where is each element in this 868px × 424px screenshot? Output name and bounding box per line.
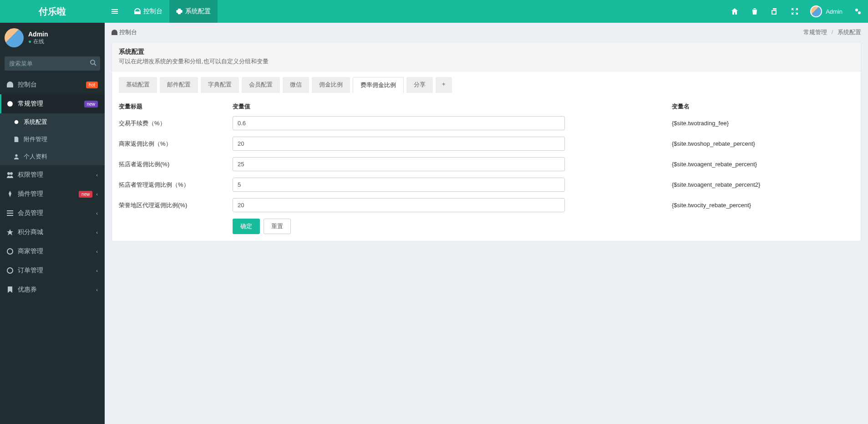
dashboard-icon [112, 30, 117, 36]
row-name: {$site.twoshop_rebate_percent} [672, 140, 854, 147]
top-header: 付乐啦 控制台 系统配置 Admin [0, 0, 868, 23]
circle-icon [7, 267, 13, 274]
breadcrumb-path1[interactable]: 常规管理 [803, 29, 827, 36]
nav-console-button[interactable]: 控制台 [127, 0, 169, 23]
chevron-left-icon: ‹ [96, 268, 98, 273]
user-icon [14, 154, 19, 159]
nav-user-button[interactable]: Admin [805, 5, 848, 17]
nav-trash-button[interactable] [745, 0, 765, 23]
breadcrumb-path2[interactable]: 系统配置 [838, 29, 861, 36]
nav-user-label: Admin [826, 8, 843, 15]
menu-mall[interactable]: 积分商城‹ [0, 223, 105, 242]
user-status: 在线 [28, 38, 48, 46]
table-row: 拓店者管理返佣比例（%） {$site.twoagent_rebate_perc… [119, 178, 854, 192]
tab-member[interactable]: 会员配置 [242, 77, 280, 93]
file-icon [14, 137, 19, 142]
dashboard-icon [7, 82, 13, 88]
search-icon[interactable] [90, 60, 96, 67]
breadcrumb-home[interactable]: 控制台 [112, 28, 137, 36]
svg-point-9 [7, 268, 13, 273]
th-name: 变量名 [672, 102, 854, 111]
tab-dict[interactable]: 字典配置 [201, 77, 239, 93]
reset-button[interactable]: 重置 [264, 219, 291, 234]
menu-general[interactable]: 常规管理new [0, 94, 105, 113]
circle-icon [7, 248, 13, 255]
bookmark-icon [7, 286, 13, 293]
box-desc: 可以在此增改系统的变量和分组,也可以自定义分组和变量 [119, 57, 854, 66]
submenu-attach[interactable]: 附件管理 [0, 131, 105, 148]
th-value: 变量值 [233, 102, 565, 111]
badge-new: new [84, 101, 98, 107]
search-input[interactable] [5, 56, 100, 71]
tab-share[interactable]: 分享 [406, 77, 433, 93]
menu-plugin[interactable]: 插件管理new‹ [0, 184, 105, 204]
gears-icon [855, 8, 861, 15]
copy-icon [772, 8, 778, 15]
trash-icon [752, 8, 757, 15]
chevron-left-icon: ‹ [96, 230, 98, 235]
form-actions: 确定 重置 [233, 219, 854, 234]
user-name: Admin [28, 31, 48, 38]
nav-fullscreen-button[interactable] [785, 0, 805, 23]
svg-point-7 [10, 172, 13, 175]
nav-sysconfig-label: 系统配置 [185, 7, 211, 15]
row-name: {$site.twoagent_rebate_percent2} [672, 181, 854, 188]
menu-coupon[interactable]: 优惠券‹ [0, 280, 105, 299]
avatar-icon [810, 5, 822, 17]
menu-shop[interactable]: 商家管理‹ [0, 242, 105, 261]
menu-auth[interactable]: 权限管理‹ [0, 165, 105, 184]
row-value-input[interactable] [233, 116, 565, 130]
submit-button[interactable]: 确定 [233, 219, 260, 234]
home-icon [731, 8, 738, 15]
badge-new: new [79, 191, 92, 198]
box-header: 系统配置 可以在此增改系统的变量和分组,也可以自定义分组和变量 [112, 42, 861, 72]
svg-point-1 [858, 11, 861, 14]
sidebar-menu: 控制台hot 常规管理new 系统配置 附件管理 个人资料 权限管理‹ 插件管理… [0, 75, 105, 299]
row-label: 荣誉地区代理返佣比例(%) [119, 201, 233, 209]
breadcrumb: 控制台 常规管理 / 系统配置 [112, 28, 861, 36]
row-name: {$site.twoagent_rebate_percent} [672, 161, 854, 168]
user-panel[interactable]: Admin 在线 [0, 23, 105, 53]
row-label: 商家返佣比例（%） [119, 140, 233, 148]
group-icon [7, 172, 13, 178]
nav-gears-button[interactable] [848, 0, 868, 23]
chevron-left-icon: ‹ [96, 210, 98, 216]
config-box: 系统配置 可以在此增改系统的变量和分组,也可以自定义分组和变量 基础配置 邮件配… [112, 42, 861, 241]
table-row: 拓店者返佣比例(%) {$site.twoagent_rebate_percen… [119, 157, 854, 171]
submenu-profile[interactable]: 个人资料 [0, 148, 105, 165]
tabs: 基础配置 邮件配置 字典配置 会员配置 微信 佣金比例 费率佣金比例 分享 + [112, 72, 861, 93]
nav-toggle-button[interactable] [105, 0, 127, 23]
tab-commission[interactable]: 佣金比例 [312, 77, 350, 93]
row-label: 拓店者管理返佣比例（%） [119, 181, 233, 189]
chevron-left-icon: ‹ [96, 287, 98, 292]
table-header: 变量标题 变量值 变量名 [119, 100, 854, 116]
svg-point-2 [91, 60, 95, 64]
table-row: 荣誉地区代理返佣比例(%) {$site.twocity_rebate_perc… [119, 198, 854, 212]
row-name: {$site.twotrading_fee} [672, 120, 854, 127]
svg-point-0 [855, 9, 858, 11]
tab-add-button[interactable]: + [436, 77, 452, 93]
tab-wechat[interactable]: 微信 [283, 77, 309, 93]
plus-icon: + [442, 81, 446, 87]
menu-order[interactable]: 订单管理‹ [0, 261, 105, 280]
tab-basic[interactable]: 基础配置 [119, 77, 157, 93]
star-icon [7, 229, 13, 235]
row-value-input[interactable] [233, 178, 565, 192]
tab-mail[interactable]: 邮件配置 [160, 77, 198, 93]
row-value-input[interactable] [233, 157, 565, 171]
menu-console[interactable]: 控制台hot [0, 75, 105, 94]
content: 控制台 常规管理 / 系统配置 系统配置 可以在此增改系统的变量和分组,也可以自… [105, 23, 868, 424]
table-row: 交易手续费（%） {$site.twotrading_fee} [119, 116, 854, 130]
submenu-sysconfig[interactable]: 系统配置 [0, 113, 105, 131]
nav-copy-button[interactable] [765, 0, 785, 23]
svg-point-5 [15, 154, 17, 157]
nav-home-button[interactable] [725, 0, 745, 23]
chevron-left-icon: ‹ [96, 191, 98, 197]
row-value-input[interactable] [233, 198, 565, 212]
avatar-icon [5, 28, 24, 47]
row-value-input[interactable] [233, 137, 565, 151]
logo[interactable]: 付乐啦 [0, 0, 105, 23]
menu-member[interactable]: 会员管理‹ [0, 204, 105, 223]
nav-sysconfig-button[interactable]: 系统配置 [169, 0, 218, 23]
tab-rate-commission[interactable]: 费率佣金比例 [353, 77, 404, 93]
